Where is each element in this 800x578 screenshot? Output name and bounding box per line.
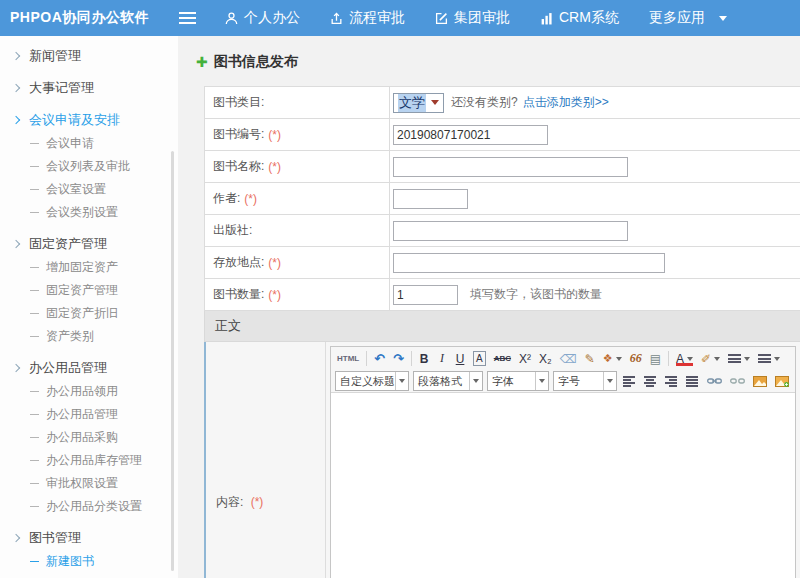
sidebar-item-meeting-apply[interactable]: 会议申请 xyxy=(0,132,178,155)
quantity-hint: 填写数字，该图书的数量 xyxy=(470,286,602,303)
sidebar-item-supplies-purchase[interactable]: 办公用品采购 xyxy=(0,426,178,449)
quantity-input[interactable] xyxy=(393,285,458,305)
book-number-input[interactable] xyxy=(393,125,548,145)
user-icon xyxy=(225,12,238,25)
sidebar-item-meeting-room[interactable]: 会议室设置 xyxy=(0,178,178,201)
highlight-color-button[interactable]: ✐ xyxy=(698,349,723,368)
dash-icon xyxy=(30,561,39,562)
chevron-right-icon xyxy=(12,533,20,541)
ordered-list-button[interactable] xyxy=(725,349,753,368)
superscript-button[interactable]: X² xyxy=(516,349,534,368)
caret-down-icon xyxy=(473,379,479,383)
sidebar-item-book-new[interactable]: 新建图书 xyxy=(0,550,178,573)
location-input[interactable] xyxy=(393,253,665,273)
caret-down-icon xyxy=(744,357,750,361)
add-category-link[interactable]: 点击添加类别>> xyxy=(523,94,609,111)
dash-icon xyxy=(30,437,39,438)
sidebar-item-asset-depreciation[interactable]: 固定资产折旧 xyxy=(0,302,178,325)
clean-format-button[interactable]: ✎ xyxy=(582,349,598,368)
paste-as-text-button[interactable]: ▤ xyxy=(647,349,664,368)
custom-title-dropdown[interactable]: 自定义标题 xyxy=(335,371,409,391)
sidebar-item-supplies-manage[interactable]: 办公用品管理 xyxy=(0,403,178,426)
nav-personal-office[interactable]: 个人办公 xyxy=(225,9,300,27)
strikethrough-button[interactable]: ABC xyxy=(491,349,514,368)
eraser-button[interactable]: ⌫ xyxy=(557,349,580,368)
caret-down-icon xyxy=(714,357,720,361)
sidebar-scrollbar[interactable] xyxy=(171,151,174,571)
font-color-button[interactable]: A xyxy=(673,349,696,368)
publisher-input[interactable] xyxy=(393,221,628,241)
dash-icon xyxy=(30,166,39,167)
category-select[interactable]: 文学 xyxy=(393,93,444,113)
paragraph-format-dropdown[interactable]: 段落格式 xyxy=(413,371,483,391)
blockquote-button[interactable]: 66 xyxy=(627,349,645,368)
dash-icon xyxy=(30,189,39,190)
sidebar-item-meeting-mgmt[interactable]: 会议申请及安排 xyxy=(0,107,178,132)
insert-image-button[interactable] xyxy=(772,372,792,391)
align-justify-button[interactable] xyxy=(683,372,702,391)
sidebar-item-asset-mgmt[interactable]: 固定资产管理 xyxy=(0,231,178,256)
field-label: 图书数量: xyxy=(213,286,264,303)
sidebar-item-asset-manage[interactable]: 固定资产管理 xyxy=(0,279,178,302)
align-justify-icon xyxy=(686,376,699,387)
dash-icon xyxy=(30,414,39,415)
chevron-right-icon xyxy=(12,239,20,247)
sidebar-item-supplies-category[interactable]: 办公用品分类设置 xyxy=(0,495,178,518)
sidebar-item-meeting-category[interactable]: 会议类别设置 xyxy=(0,201,178,224)
insert-flash-button[interactable] xyxy=(750,372,770,391)
redo-button[interactable]: ↷ xyxy=(390,349,407,368)
sidebar-item-book-manage[interactable]: 图书管理 xyxy=(0,573,178,578)
italic-button[interactable]: I xyxy=(434,349,450,368)
sidebar-item-events-mgmt[interactable]: 大事记管理 xyxy=(0,75,178,100)
required-mark: (*) xyxy=(268,256,281,270)
hamburger-menu-icon[interactable] xyxy=(179,12,196,24)
media-icon xyxy=(753,376,767,387)
subscript-button[interactable]: X₂ xyxy=(536,349,555,368)
book-form: 图书类目: 文学 还没有类别? 点击添加类别>> 图书编号: (*) xyxy=(204,86,800,311)
underline-button[interactable]: U xyxy=(452,349,468,368)
sidebar-item-asset-category[interactable]: 资产类别 xyxy=(0,325,178,348)
form-row-category: 图书类目: 文学 还没有类别? 点击添加类别>> xyxy=(205,87,800,119)
required-mark: (*) xyxy=(268,128,281,142)
bold-button[interactable]: B xyxy=(416,349,432,368)
category-question: 还没有类别? xyxy=(451,94,518,111)
editor-content-area[interactable] xyxy=(331,393,795,578)
editor-toolbar-row2: 自定义标题 段落格式 字体 字号 xyxy=(331,370,795,393)
sidebar-item-book-mgmt[interactable]: 图书管理 xyxy=(0,525,178,550)
nav-more-apps[interactable]: 更多应用 xyxy=(649,9,727,27)
nav-group-approval[interactable]: 集团审批 xyxy=(435,9,510,27)
rich-text-editor: HTML ↶ ↷ B I U A ABC X² X₂ ⌫ ✎ ❖ 66 ▤ xyxy=(330,346,796,578)
align-right-button[interactable] xyxy=(662,372,681,391)
field-label: 图书编号: xyxy=(213,126,264,143)
chevron-right-icon xyxy=(12,363,20,371)
unlink-icon xyxy=(730,376,745,386)
align-left-icon xyxy=(623,376,636,387)
sidebar-item-asset-add[interactable]: 增加固定资产 xyxy=(0,256,178,279)
book-name-input[interactable] xyxy=(393,157,628,177)
list-icon xyxy=(728,354,741,363)
insert-link-button[interactable] xyxy=(704,372,725,391)
unlink-button[interactable] xyxy=(727,372,748,391)
edit-icon xyxy=(435,12,448,25)
workflow-upload-icon xyxy=(330,12,343,25)
nav-workflow-approval[interactable]: 流程审批 xyxy=(330,9,405,27)
unordered-list-button[interactable] xyxy=(755,349,783,368)
sidebar-item-news-mgmt[interactable]: 新闻管理 xyxy=(0,43,178,68)
paint-format-button[interactable]: ❖ xyxy=(600,349,625,368)
field-label: 出版社: xyxy=(213,222,252,239)
sidebar-item-supplies-claim[interactable]: 办公用品领用 xyxy=(0,380,178,403)
author-input[interactable] xyxy=(393,189,468,209)
sidebar-item-approval-permission[interactable]: 审批权限设置 xyxy=(0,472,178,495)
align-center-button[interactable] xyxy=(641,372,660,391)
char-border-button[interactable]: A xyxy=(470,349,489,368)
form-row-book-name: 图书名称: (*) xyxy=(205,151,800,183)
font-family-dropdown[interactable]: 字体 xyxy=(487,371,549,391)
sidebar-item-supplies-inventory[interactable]: 办公用品库存管理 xyxy=(0,449,178,472)
sidebar-item-supplies-mgmt[interactable]: 办公用品管理 xyxy=(0,355,178,380)
align-left-button[interactable] xyxy=(620,372,639,391)
undo-button[interactable]: ↶ xyxy=(371,349,388,368)
nav-crm-system[interactable]: CRM系统 xyxy=(540,9,619,27)
html-source-button[interactable]: HTML xyxy=(334,349,362,368)
font-size-dropdown[interactable]: 字号 xyxy=(553,371,617,391)
sidebar-item-meeting-list[interactable]: 会议列表及审批 xyxy=(0,155,178,178)
